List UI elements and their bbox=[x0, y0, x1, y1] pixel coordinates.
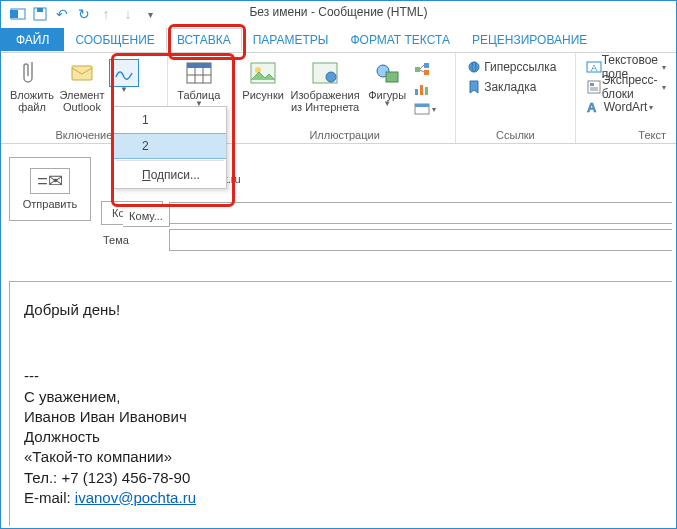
signature-button[interactable]: ▼ bbox=[107, 55, 141, 94]
ribbon: Вложить файл Элемент Outlook ▼ Включение bbox=[1, 53, 676, 144]
svg-rect-21 bbox=[415, 89, 418, 95]
next-icon[interactable]: ↓ bbox=[117, 4, 139, 24]
redo-icon[interactable]: ↻ bbox=[73, 4, 95, 24]
picture-icon bbox=[240, 57, 286, 89]
screenshot-icon bbox=[414, 102, 430, 116]
svg-rect-23 bbox=[425, 87, 428, 95]
tab-message[interactable]: СООБЩЕНИЕ bbox=[64, 28, 166, 51]
email-link[interactable]: ivanov@pochta.ru bbox=[75, 489, 196, 506]
svg-rect-22 bbox=[420, 85, 423, 95]
smartart-icon bbox=[414, 62, 432, 76]
shapes-icon bbox=[364, 57, 410, 89]
save-icon[interactable] bbox=[29, 4, 51, 24]
body-greeting: Добрый день! bbox=[24, 300, 658, 320]
svg-rect-6 bbox=[187, 63, 211, 68]
group-label-illustrations: Иллюстрации bbox=[240, 129, 449, 143]
menu-separator bbox=[116, 160, 224, 161]
wordart-icon: A bbox=[586, 100, 604, 114]
svg-rect-25 bbox=[415, 104, 429, 107]
pictures-button[interactable]: Рисунки bbox=[240, 55, 286, 101]
svg-rect-17 bbox=[424, 63, 429, 68]
tab-review[interactable]: РЕЦЕНЗИРОВАНИЕ bbox=[461, 28, 598, 51]
outlook-item-button[interactable]: Элемент Outlook bbox=[57, 55, 107, 113]
message-body[interactable]: Добрый день! --- С уважением, Иванов Ива… bbox=[9, 281, 672, 526]
online-pictures-button[interactable]: Изображения из Интернета bbox=[286, 55, 364, 113]
textbox-icon: A bbox=[586, 60, 602, 74]
svg-point-26 bbox=[469, 62, 479, 72]
svg-rect-3 bbox=[37, 8, 43, 12]
svg-rect-31 bbox=[590, 83, 594, 86]
bookmark-icon bbox=[466, 80, 484, 94]
quick-access-toolbar: ↶ ↻ ↑ ↓ ▾ bbox=[1, 1, 676, 28]
to-button-partial[interactable]: Кому... bbox=[123, 205, 170, 227]
screenshot-button[interactable]: ▾ bbox=[410, 99, 440, 119]
hyperlink-icon bbox=[466, 60, 484, 74]
table-icon bbox=[174, 57, 224, 89]
group-label-text: Текст bbox=[582, 129, 670, 143]
signature-block: --- С уважением, Иванов Иван Иванович До… bbox=[24, 366, 658, 508]
send-icon: =✉ bbox=[30, 168, 70, 194]
svg-point-11 bbox=[255, 67, 261, 73]
send-button[interactable]: =✉ Отправить bbox=[9, 157, 91, 221]
paperclip-icon bbox=[7, 57, 57, 89]
svg-rect-18 bbox=[424, 70, 429, 75]
previous-icon[interactable]: ↑ bbox=[95, 4, 117, 24]
quickparts-icon bbox=[586, 80, 602, 94]
table-button[interactable]: Таблица ▼ bbox=[174, 55, 224, 108]
wordart-button[interactable]: A WordArt▾ bbox=[582, 97, 670, 117]
bookmark-button[interactable]: Закладка bbox=[462, 77, 560, 97]
tab-insert[interactable]: ВСТАВКА bbox=[166, 28, 242, 51]
signatures-settings-item[interactable]: Подписи... bbox=[114, 162, 226, 188]
svg-line-20 bbox=[420, 70, 424, 72]
group-label-links: Ссылки bbox=[462, 129, 569, 143]
svg-line-19 bbox=[420, 65, 424, 69]
qat-customize-icon[interactable]: ▾ bbox=[139, 4, 161, 24]
tab-options[interactable]: ПАРАМЕТРЫ bbox=[242, 28, 340, 51]
undo-icon[interactable]: ↶ bbox=[51, 4, 73, 24]
ribbon-tabs: ФАЙЛ СООБЩЕНИЕ ВСТАВКА ПАРАМЕТРЫ ФОРМАТ … bbox=[1, 28, 676, 53]
svg-rect-4 bbox=[72, 66, 92, 80]
svg-text:A: A bbox=[587, 100, 597, 114]
hyperlink-button[interactable]: Гиперссылка bbox=[462, 57, 560, 77]
chevron-down-icon: ▼ bbox=[107, 85, 141, 94]
svg-rect-16 bbox=[415, 67, 420, 72]
quickparts-button[interactable]: Экспресс-блоки▾ bbox=[582, 77, 670, 97]
compose-header: =✉ Отправить rt.ru Кому... Копия... Тема bbox=[9, 157, 672, 251]
tab-format-text[interactable]: ФОРМАТ ТЕКСТА bbox=[339, 28, 460, 51]
outlook-item-icon bbox=[57, 57, 107, 89]
online-picture-icon bbox=[286, 57, 364, 89]
shapes-button[interactable]: Фигуры ▼ bbox=[364, 55, 410, 108]
subject-input[interactable] bbox=[169, 229, 672, 251]
signature-item-1[interactable]: 1 bbox=[114, 107, 226, 133]
signature-item-2[interactable]: 2 bbox=[114, 133, 226, 159]
svg-text:A: A bbox=[591, 63, 597, 73]
signature-dropdown: 1 2 Подписи... bbox=[113, 106, 227, 189]
cc-input[interactable] bbox=[169, 202, 672, 224]
svg-rect-15 bbox=[386, 72, 398, 82]
tab-file[interactable]: ФАЙЛ bbox=[1, 28, 64, 51]
qat-outlook-icon bbox=[7, 4, 29, 24]
chart-button[interactable] bbox=[410, 79, 440, 99]
svg-point-13 bbox=[326, 72, 336, 82]
signature-icon bbox=[109, 59, 139, 87]
svg-rect-1 bbox=[10, 10, 18, 18]
subject-label: Тема bbox=[101, 234, 169, 246]
svg-rect-30 bbox=[588, 81, 600, 93]
attach-file-button[interactable]: Вложить файл bbox=[7, 55, 57, 113]
chart-icon bbox=[414, 82, 432, 96]
smartart-button[interactable] bbox=[410, 59, 440, 79]
